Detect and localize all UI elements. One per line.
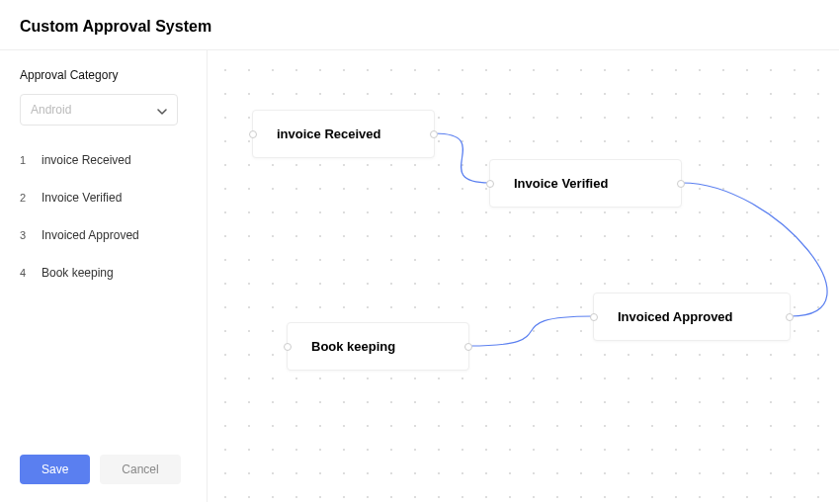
node-handle-right[interactable]: [464, 343, 472, 351]
step-label: invoice Received: [42, 153, 131, 167]
step-label: Book keeping: [42, 266, 114, 280]
flow-node[interactable]: invoice Received: [252, 110, 435, 158]
node-handle-left[interactable]: [249, 130, 257, 138]
header: Custom Approval System: [0, 0, 839, 50]
flow-edge: [435, 133, 489, 183]
category-label: Approval Category: [20, 68, 187, 82]
button-row: Save Cancel: [20, 455, 181, 484]
step-number: 4: [20, 267, 30, 279]
select-value: Android: [31, 103, 71, 117]
node-handle-left[interactable]: [590, 313, 598, 321]
step-label: Invoiced Approved: [42, 228, 139, 242]
node-handle-left[interactable]: [284, 343, 292, 351]
node-handle-right[interactable]: [786, 313, 794, 321]
flow-edge: [469, 316, 593, 346]
step-item[interactable]: 3Invoiced Approved: [20, 216, 187, 254]
flow-node[interactable]: Book keeping: [287, 322, 469, 371]
node-handle-right[interactable]: [430, 130, 438, 138]
category-select[interactable]: Android: [20, 94, 178, 126]
sidebar: Approval Category Android 1invoice Recei…: [0, 50, 208, 502]
flow-node[interactable]: Invoiced Approved: [593, 293, 791, 341]
step-label: Invoice Verified: [42, 191, 122, 205]
step-number: 3: [20, 229, 30, 241]
step-item[interactable]: 4Book keeping: [20, 254, 187, 292]
step-item[interactable]: 1invoice Received: [20, 141, 187, 179]
step-list: 1invoice Received2Invoice Verified3Invoi…: [20, 141, 187, 292]
save-button[interactable]: Save: [20, 455, 90, 484]
chevron-down-icon: [157, 101, 167, 119]
step-number: 1: [20, 154, 30, 166]
main: Approval Category Android 1invoice Recei…: [0, 50, 839, 502]
step-item[interactable]: 2Invoice Verified: [20, 179, 187, 216]
page-title: Custom Approval System: [20, 18, 819, 36]
canvas[interactable]: invoice ReceivedInvoice VerifiedInvoiced…: [208, 50, 839, 502]
step-number: 2: [20, 192, 30, 204]
flow-node[interactable]: Invoice Verified: [489, 159, 682, 208]
node-handle-left[interactable]: [486, 180, 494, 188]
node-handle-right[interactable]: [677, 180, 685, 188]
cancel-button[interactable]: Cancel: [100, 455, 180, 484]
